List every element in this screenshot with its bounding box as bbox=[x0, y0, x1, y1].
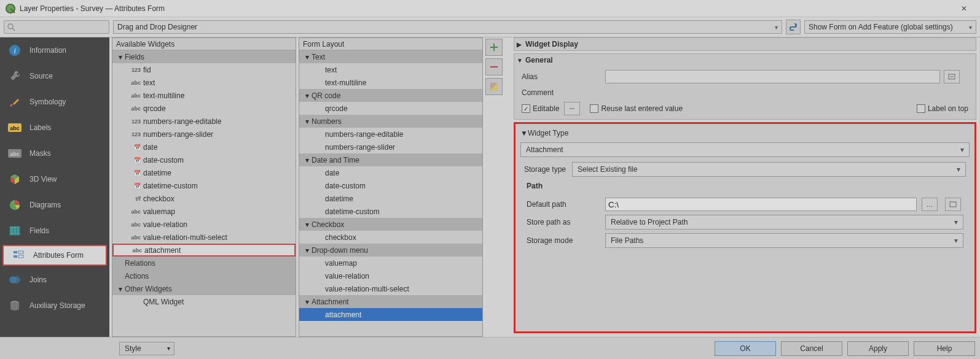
fl-item[interactable]: qrcode bbox=[299, 102, 482, 115]
tree-item[interactable]: abctext-multiline bbox=[112, 89, 296, 102]
fl-group[interactable]: ▾Text bbox=[299, 50, 482, 63]
fl-item[interactable]: datetime bbox=[299, 192, 482, 205]
fl-item[interactable]: value-relation bbox=[299, 269, 482, 282]
svg-text:abc: abc bbox=[10, 125, 20, 131]
tree-item[interactable]: 📅datetime bbox=[112, 166, 296, 179]
tree-item[interactable]: abctext bbox=[112, 76, 296, 89]
fl-item-attachment-selected[interactable]: attachment bbox=[299, 308, 482, 321]
path-group-title: Path bbox=[520, 182, 970, 190]
storage-type-combo[interactable]: Select Existing file bbox=[572, 162, 966, 177]
browse-path-button[interactable]: … bbox=[922, 198, 938, 211]
sidebar-item-symbology[interactable]: Symbology bbox=[0, 89, 109, 115]
sidebar-item-information[interactable]: iInformation bbox=[0, 37, 109, 63]
tree-group-fields[interactable]: ▾Fields bbox=[112, 50, 296, 63]
sidebar-item-auxiliary-storage[interactable]: Auxiliary Storage bbox=[0, 293, 109, 318]
svg-point-1 bbox=[8, 24, 13, 29]
section-header[interactable]: ▶Widget Display bbox=[514, 38, 976, 50]
apply-button[interactable]: Apply bbox=[847, 341, 909, 356]
sidebar-item-source[interactable]: Source bbox=[0, 63, 109, 89]
tree-item[interactable]: abcvalue-relation bbox=[112, 218, 296, 231]
alias-input[interactable] bbox=[605, 70, 940, 83]
sidebar-item-labels[interactable]: abcLabels bbox=[0, 115, 109, 141]
form-designer-dropdown[interactable]: Drag and Drop Designer bbox=[113, 20, 782, 34]
fl-group[interactable]: ▾QR code bbox=[299, 89, 482, 102]
widget-type-section: ▼Widget Type Attachment Storage type Sel… bbox=[514, 122, 976, 333]
fl-item[interactable]: value-relation-multi-select bbox=[299, 282, 482, 295]
section-header[interactable]: ▼Widget Type bbox=[520, 129, 970, 137]
fl-group[interactable]: ▾Numbers bbox=[299, 115, 482, 128]
fl-item[interactable]: numbers-range-slider bbox=[299, 141, 482, 153]
editable-override-button[interactable] bbox=[564, 102, 580, 115]
fl-group[interactable]: ▾Date and Time bbox=[299, 153, 482, 166]
tree-item[interactable]: 📅datetime-custom bbox=[112, 179, 296, 192]
default-path-override-button[interactable] bbox=[945, 198, 961, 211]
tree-item[interactable]: abcvalue-relation-multi-select bbox=[112, 231, 296, 244]
tree-item[interactable]: t/fcheckbox bbox=[112, 192, 296, 205]
help-button[interactable]: Help bbox=[914, 341, 975, 356]
add-item-button[interactable] bbox=[485, 39, 503, 56]
label-on-top-checkbox[interactable] bbox=[917, 104, 925, 113]
sidebar-item-joins[interactable]: Joins bbox=[0, 267, 109, 293]
sidebar-item-fields[interactable]: Fields bbox=[0, 218, 109, 244]
alias-override-button[interactable] bbox=[944, 70, 960, 83]
ok-button[interactable]: OK bbox=[715, 341, 776, 356]
tree-item[interactable]: abcqrcode bbox=[112, 102, 296, 115]
close-button[interactable]: ✕ bbox=[953, 4, 975, 13]
remove-item-button[interactable] bbox=[485, 58, 503, 75]
fl-item[interactable]: checkbox bbox=[299, 231, 482, 244]
sidebar-item-3dview[interactable]: 3D View bbox=[0, 166, 109, 192]
sidebar-item-attributes-form[interactable]: Attributes Form bbox=[2, 245, 107, 266]
sidebar-item-masks[interactable]: abcMasks bbox=[0, 141, 109, 166]
alias-label: Alias bbox=[522, 72, 602, 81]
masks-icon: abc bbox=[6, 145, 23, 162]
section-header[interactable]: ▼General bbox=[514, 54, 976, 66]
fl-item[interactable]: datetime-custom bbox=[299, 205, 482, 218]
store-path-as-combo[interactable]: Relative to Project Path bbox=[605, 215, 963, 230]
panel-header: Available Widgets bbox=[112, 38, 296, 50]
invert-selection-button[interactable] bbox=[485, 78, 503, 95]
cancel-button[interactable]: Cancel bbox=[781, 341, 842, 356]
fl-item[interactable]: text-multiline bbox=[299, 76, 482, 89]
fl-item[interactable]: date-custom bbox=[299, 179, 482, 192]
tree-item-attachment[interactable]: abcattachment bbox=[112, 244, 296, 257]
default-path-input[interactable] bbox=[605, 198, 917, 211]
sidebar-item-label: Source bbox=[29, 72, 53, 80]
fl-item[interactable]: text bbox=[299, 63, 482, 76]
fl-item[interactable]: numbers-range-editable bbox=[299, 128, 482, 141]
form-layout-buttons bbox=[485, 37, 508, 337]
editable-checkbox[interactable]: ✓ bbox=[522, 104, 530, 113]
tree-group-other-widgets[interactable]: ▾Other Widgets bbox=[112, 282, 296, 295]
qgis-logo-icon bbox=[5, 3, 16, 14]
tree-item[interactable]: 123numbers-range-slider bbox=[112, 128, 296, 141]
tree-group-actions[interactable]: ▾Actions bbox=[112, 269, 296, 282]
fl-item[interactable]: valuemap bbox=[299, 257, 482, 269]
properties-sidebar: iInformation Source Symbology abcLabels … bbox=[0, 37, 109, 337]
tree-item[interactable]: QML Widget bbox=[112, 295, 296, 308]
sidebar-item-label: Diagrams bbox=[29, 201, 61, 209]
style-button[interactable]: Style bbox=[119, 342, 174, 355]
tree-item[interactable]: 123fid bbox=[112, 63, 296, 76]
tree-group-relations[interactable]: ▾Relations bbox=[112, 257, 296, 269]
widget-type-combo[interactable]: Attachment bbox=[520, 142, 970, 157]
sidebar-search-input[interactable] bbox=[4, 20, 109, 34]
svg-point-3 bbox=[791, 24, 793, 25]
tree-item[interactable]: abcvaluemap bbox=[112, 205, 296, 218]
fl-group[interactable]: ▾Checkbox bbox=[299, 218, 482, 231]
fl-group[interactable]: ▾Attachment bbox=[299, 295, 482, 308]
reuse-checkbox[interactable] bbox=[590, 104, 598, 113]
fl-group[interactable]: ▾Drop-down menu bbox=[299, 244, 482, 257]
form-layout-tree[interactable]: ▾Text text text-multiline ▾QR code qrcod… bbox=[299, 50, 482, 336]
sidebar-item-label: Labels bbox=[29, 123, 51, 132]
show-form-dropdown[interactable]: Show Form on Add Feature (global setting… bbox=[804, 20, 976, 34]
tree-item[interactable]: 📅date-custom bbox=[112, 153, 296, 166]
fl-item[interactable]: date bbox=[299, 166, 482, 179]
sidebar-item-label: Masks bbox=[29, 149, 51, 158]
python-console-button[interactable] bbox=[786, 20, 801, 34]
storage-icon bbox=[6, 297, 23, 314]
tree-item[interactable]: 📅date bbox=[112, 141, 296, 153]
sidebar-item-diagrams[interactable]: Diagrams bbox=[0, 192, 109, 218]
svg-rect-28 bbox=[950, 202, 956, 207]
available-widgets-tree[interactable]: ▾Fields 123fid abctext abctext-multiline… bbox=[112, 50, 296, 336]
storage-mode-combo[interactable]: File Paths bbox=[605, 233, 963, 248]
tree-item[interactable]: 123numbers-range-editable bbox=[112, 115, 296, 128]
